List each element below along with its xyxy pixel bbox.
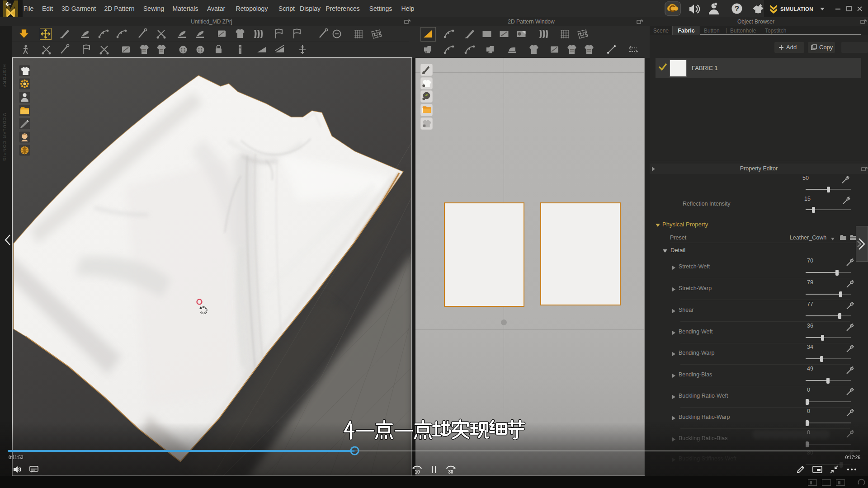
svg-text:?: ? (735, 5, 739, 13)
svg-text:10: 10 (415, 469, 420, 474)
svg-text:SIMULATION: SIMULATION (780, 6, 813, 12)
svg-text:30: 30 (448, 469, 453, 474)
